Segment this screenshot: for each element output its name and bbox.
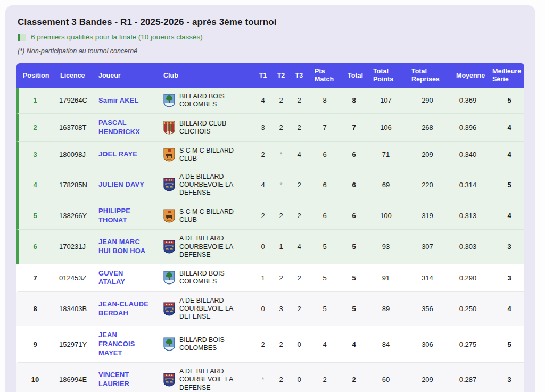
player-link[interactable]: PHILIPPE THONAT xyxy=(98,207,151,224)
licence-cell: 152971Y xyxy=(54,326,92,363)
total-cell: 8 xyxy=(341,88,367,114)
total-cell: 2 xyxy=(341,363,367,392)
player-cell: JEAN-CLAUDE BERDAH xyxy=(92,292,157,326)
club-cell: A DE BILLARD COURBEVOIE LA DEFENSE xyxy=(157,292,254,326)
club-crest-icon-courbevoie-crest xyxy=(163,302,175,316)
table-row: 4 178285N JULIEN DAVY A DE BILLARD COURB… xyxy=(16,168,524,202)
pts-match-cell: 5 xyxy=(308,230,341,264)
player-link[interactable]: JEAN MARC HUI BON HOA xyxy=(98,238,151,255)
club-cell: S C M C BILLARD CLUB xyxy=(157,142,254,168)
t1-cell: 2 xyxy=(254,326,272,363)
moyenne-cell: 0.287 xyxy=(450,363,486,392)
meilleure-serie-cell: 3 xyxy=(486,230,524,264)
club-crest-icon-scmc-shield xyxy=(163,209,175,223)
club-crest-icon-clichois-crest xyxy=(163,121,175,135)
non-participation-asterisk: * xyxy=(261,376,264,383)
header-joueur: Joueur xyxy=(92,63,157,88)
club-cell: A DE BILLARD COURBEVOIE LA DEFENSE xyxy=(157,363,254,392)
total-reprises-cell: 319 xyxy=(405,202,450,230)
t1-cell: 4 xyxy=(254,88,272,114)
player-link[interactable]: JOEL RAYE xyxy=(98,150,137,159)
header-total-reprises: Total Reprises xyxy=(405,63,450,88)
player-cell: PASCAL HENDRICKX xyxy=(92,114,157,141)
meilleure-serie-cell: 4 xyxy=(486,292,524,326)
club-crest-icon-scmc-shield xyxy=(163,148,175,162)
licence-cell: 170231J xyxy=(54,230,92,264)
header-moyenne: Moyenne xyxy=(450,63,486,88)
player-cell: JEAN FRANCOIS MAYET xyxy=(92,326,157,363)
meilleure-serie-cell: 5 xyxy=(486,168,524,202)
ranking-table: Position Licence Joueur Club T1 T2 T3 Pt… xyxy=(16,63,524,392)
player-link[interactable]: PASCAL HENDRICKX xyxy=(98,119,151,136)
position-cell: 7 xyxy=(16,264,54,292)
t3-cell: 2 xyxy=(290,264,308,292)
club-name: S C M C BILLARD CLUB xyxy=(179,208,252,224)
player-cell: PHILIPPE THONAT xyxy=(92,202,157,230)
player-cell: JEAN MARC HUI BON HOA xyxy=(92,230,157,264)
club-name: BILLARD CLUB CLICHOIS xyxy=(179,120,252,136)
t3-cell: 2 xyxy=(290,202,308,230)
t3-cell: 2 xyxy=(290,292,308,326)
total-reprises-cell: 314 xyxy=(405,264,450,292)
table-row: 10 186994E VINCENT LAURIER A DE BILLARD … xyxy=(16,363,524,392)
player-cell: Samir AKEL xyxy=(92,88,157,114)
total-reprises-cell: 268 xyxy=(405,114,450,141)
club-crest-icon-bbc-tree-shield xyxy=(163,337,175,351)
t1-cell: * xyxy=(254,363,272,392)
player-link[interactable]: JEAN-CLAUDE BERDAH xyxy=(98,300,151,318)
t2-cell: 1 xyxy=(272,230,290,264)
t3-cell: 2 xyxy=(290,88,308,114)
club-cell: A DE BILLARD COURBEVOIE LA DEFENSE xyxy=(157,168,254,202)
position-cell: 5 xyxy=(16,202,54,230)
total-cell: 5 xyxy=(341,230,367,264)
t1-cell: 2 xyxy=(254,142,272,168)
t2-cell: * xyxy=(272,168,290,202)
header-t1: T1 xyxy=(254,63,272,88)
total-points-cell: 89 xyxy=(367,292,405,326)
t1-cell: 1 xyxy=(254,264,272,292)
player-link[interactable]: Samir AKEL xyxy=(98,96,138,105)
non-participation-asterisk: * xyxy=(279,151,282,159)
position-cell: 8 xyxy=(16,292,54,326)
moyenne-cell: 0.369 xyxy=(450,88,486,114)
club-name: BILLARD BOIS COLOMBES xyxy=(179,93,252,109)
pts-match-cell: 5 xyxy=(308,292,341,326)
t3-cell: 2 xyxy=(290,168,308,202)
player-cell: JULIEN DAVY xyxy=(92,168,157,202)
club-name: A DE BILLARD COURBEVOIE LA DEFENSE xyxy=(179,368,252,391)
total-reprises-cell: 356 xyxy=(405,292,450,326)
club-crest-icon-courbevoie-crest xyxy=(163,178,175,191)
position-cell: 1 xyxy=(16,88,54,114)
header-pts-match: Pts Match xyxy=(308,63,341,88)
player-link[interactable]: VINCENT LAURIER xyxy=(98,371,151,388)
total-cell: 6 xyxy=(341,202,367,230)
t2-cell: 2 xyxy=(272,114,290,141)
t2-cell: 3 xyxy=(272,292,290,326)
table-row: 5 138266Y PHILIPPE THONAT S C M C BILLAR… xyxy=(16,202,524,230)
header-position: Position xyxy=(16,63,54,88)
meilleure-serie-cell: 5 xyxy=(486,88,524,114)
total-reprises-cell: 209 xyxy=(405,142,450,168)
total-points-cell: 60 xyxy=(367,363,405,392)
licence-cell: 012453Z xyxy=(54,264,92,292)
player-cell: GUVEN ATALAY xyxy=(92,264,157,292)
t3-cell: 4 xyxy=(290,230,308,264)
total-cell: 7 xyxy=(341,114,367,141)
total-cell: 4 xyxy=(341,326,367,363)
total-reprises-cell: 307 xyxy=(405,230,450,264)
t2-cell: 2 xyxy=(272,326,290,363)
position-cell: 10 xyxy=(16,363,54,392)
position-cell: 3 xyxy=(16,142,54,168)
total-points-cell: 91 xyxy=(367,264,405,292)
t3-cell: 0 xyxy=(290,363,308,392)
player-link[interactable]: JULIEN DAVY xyxy=(98,180,144,189)
non-participation-note: (*) Non-participation au tournoi concern… xyxy=(18,47,524,55)
club-cell: BILLARD CLUB CLICHOIS xyxy=(157,114,254,141)
player-link[interactable]: GUVEN ATALAY xyxy=(98,269,151,287)
total-cell: 5 xyxy=(341,264,367,292)
t2-cell: * xyxy=(272,142,290,168)
t2-cell: 2 xyxy=(272,264,290,292)
player-link[interactable]: JEAN FRANCOIS MAYET xyxy=(98,331,151,357)
t3-cell: 0 xyxy=(290,326,308,363)
t1-cell: 0 xyxy=(254,292,272,326)
